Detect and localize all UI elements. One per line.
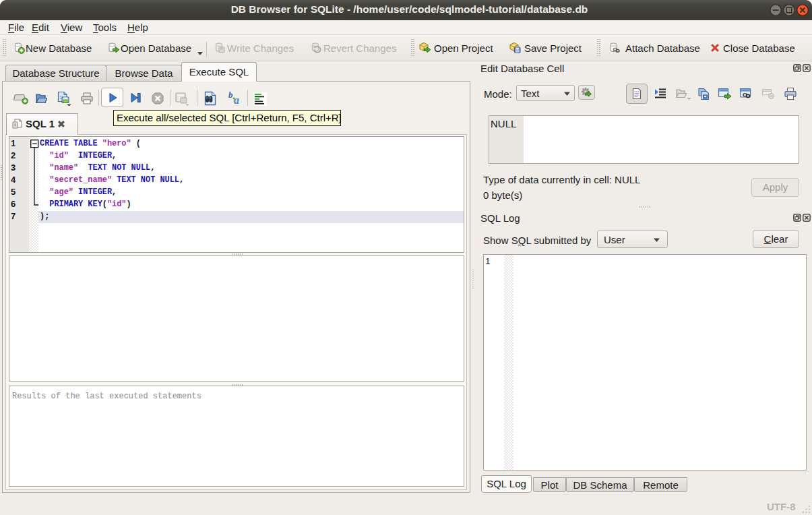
svg-text:b: b bbox=[228, 90, 233, 100]
svg-text:a: a bbox=[234, 94, 239, 105]
